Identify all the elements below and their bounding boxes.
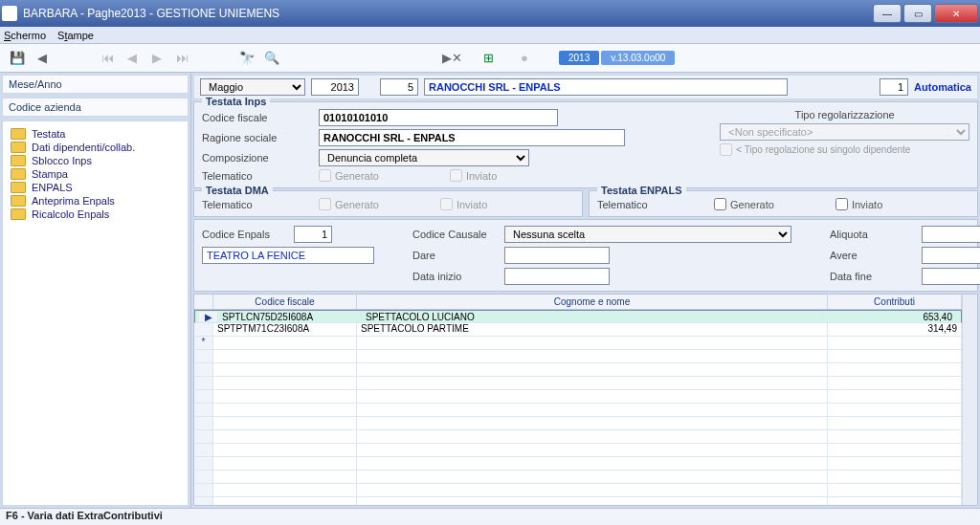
folder-icon bbox=[11, 128, 26, 140]
lbl-rs: Ragione sociale bbox=[202, 132, 307, 143]
app-icon bbox=[2, 6, 17, 21]
table-row-empty bbox=[194, 377, 962, 390]
tree-ricalcolo-enpals[interactable]: Ricalcolo Enpals bbox=[9, 208, 182, 221]
zoom-icon: 🔍 bbox=[260, 47, 283, 70]
table-row-empty bbox=[194, 350, 962, 363]
col-contributi[interactable]: Contributi bbox=[828, 295, 962, 309]
teatro-display bbox=[202, 247, 374, 264]
table-row-empty bbox=[194, 444, 962, 457]
maximize-button[interactable]: ▭ bbox=[903, 4, 932, 23]
nav-next-icon: ▶ bbox=[145, 47, 168, 70]
nav-prev-icon: ◀ bbox=[121, 47, 144, 70]
col-cognome-nome[interactable]: Cognome e nome bbox=[357, 295, 828, 309]
nav-last-icon: ⏭ bbox=[170, 47, 193, 70]
version-pill: v.13.03.0o00 bbox=[601, 51, 675, 65]
composizione-select[interactable]: Denuncia completa bbox=[319, 149, 529, 166]
tree-dati-dipendenti[interactable]: Dati dipendenti/collab. bbox=[9, 141, 182, 154]
label-mese-anno: Mese/Anno bbox=[3, 76, 188, 93]
tree-testata[interactable]: Testata bbox=[9, 127, 182, 141]
nav-first-icon: ⏮ bbox=[96, 47, 119, 70]
window-title: BARBARA - Paghe2013 - GESTIONE UNIEMENS bbox=[23, 7, 871, 20]
folder-icon bbox=[11, 182, 26, 193]
data-fine-input[interactable] bbox=[922, 268, 980, 285]
legend-enpals: Testata ENPALS bbox=[597, 185, 686, 196]
anno-input[interactable] bbox=[311, 78, 359, 96]
avere-input[interactable] bbox=[922, 247, 980, 264]
chk-generato-enpals[interactable]: Generato bbox=[714, 198, 774, 210]
chk-inviato-dma: Inviato bbox=[440, 198, 487, 210]
menubar: Schermo Stampe bbox=[0, 27, 980, 44]
col-codice-fiscale[interactable]: Codice fiscale bbox=[213, 295, 357, 309]
chk-generato-dma: Generato bbox=[319, 198, 379, 210]
details-panel: Codice Enpals Codice CausaleNessuna scel… bbox=[193, 219, 978, 292]
fieldset-testata-enpals: Testata ENPALS Telematico Generato Invia… bbox=[589, 190, 978, 217]
table-row-empty bbox=[194, 404, 962, 417]
flag-icon[interactable]: ▶✕ bbox=[440, 47, 463, 70]
chk-generato-inps: Generato bbox=[319, 169, 379, 182]
label-codice-azienda: Codice azienda bbox=[3, 98, 188, 116]
fieldset-testata-dma: Testata DMA Telematico Generato Inviato bbox=[193, 190, 583, 217]
status-bar: F6 - Varia dati ExtraContributivi bbox=[0, 508, 980, 525]
codice-enpals-input[interactable] bbox=[294, 226, 332, 243]
table-row-new[interactable]: * bbox=[194, 337, 962, 350]
folder-icon bbox=[11, 208, 26, 220]
grid-body[interactable]: ▶SPTLCN75D25I608ASPETTACOLO LUCIANO653,4… bbox=[194, 310, 962, 505]
lbl-tiporeg: Tipo regolarizzazione bbox=[795, 109, 895, 120]
grid-header: Codice fiscale Cognome e nome Contributi bbox=[194, 295, 962, 310]
nav-tree: Testata Dati dipendenti/collab. Sblocco … bbox=[2, 120, 189, 506]
window-titlebar: BARBARA - Paghe2013 - GESTIONE UNIEMENS … bbox=[0, 0, 980, 27]
menu-schermo[interactable]: Schermo bbox=[4, 30, 46, 41]
aliquota-input[interactable] bbox=[922, 226, 980, 243]
lbl-cf: Codice fiscale bbox=[202, 112, 307, 123]
table-row-empty bbox=[194, 470, 962, 484]
data-grid: Codice fiscale Cognome e nome Contributi… bbox=[193, 294, 978, 506]
table-row[interactable]: SPTPTM71C23I608ASPETTACOLO PARTIME314,49 bbox=[194, 323, 962, 337]
dare-input[interactable] bbox=[504, 247, 610, 264]
tree-sblocco-inps[interactable]: Sblocco Inps bbox=[9, 154, 182, 167]
table-row-empty bbox=[194, 417, 962, 430]
data-inizio-input[interactable] bbox=[504, 268, 610, 285]
folder-icon bbox=[11, 168, 26, 180]
table-row[interactable]: ▶SPTLCN75D25I608ASPETTACOLO LUCIANO653,4… bbox=[194, 310, 962, 323]
table-row-empty bbox=[194, 497, 962, 505]
minimize-button[interactable]: — bbox=[873, 4, 902, 23]
mese-select[interactable]: Maggio bbox=[200, 78, 305, 96]
azienda-name-display bbox=[424, 78, 788, 96]
excel-icon[interactable]: ⊞ bbox=[477, 47, 500, 70]
legend-dma: Testata DMA bbox=[202, 185, 273, 196]
ragione-sociale-input[interactable] bbox=[319, 129, 625, 146]
save-icon: 💾 bbox=[6, 47, 29, 70]
chk-inviato-enpals[interactable]: Inviato bbox=[835, 198, 882, 210]
chk-inviato-inps: Inviato bbox=[450, 169, 497, 182]
year-pill: 2013 bbox=[559, 51, 599, 65]
lbl-tel: Telematico bbox=[202, 170, 307, 182]
fieldset-testata-inps: Testata Inps Codice fiscale Ragione soci… bbox=[193, 101, 978, 188]
lbl-comp: Composizione bbox=[202, 152, 307, 164]
legend-testata-inps: Testata Inps bbox=[202, 96, 270, 107]
chk-tipo-reg-dip: < Tipo regolazione su singolo dipendente bbox=[720, 143, 969, 156]
folder-icon bbox=[11, 155, 26, 166]
binocular-icon: 🔭 bbox=[235, 47, 258, 70]
filter-bar: Maggio Automatica bbox=[193, 75, 978, 99]
back-icon[interactable]: ◀ bbox=[31, 47, 54, 70]
codice-fiscale-input[interactable] bbox=[319, 109, 558, 126]
codice-causale-select[interactable]: Nessuna scelta bbox=[504, 226, 791, 243]
table-row-empty bbox=[194, 484, 962, 497]
close-button[interactable]: ✕ bbox=[934, 4, 978, 23]
tree-anteprima-enpals[interactable]: Anteprima Enpals bbox=[9, 194, 182, 208]
table-row-empty bbox=[194, 363, 962, 377]
automatica-label: Automatica bbox=[914, 81, 971, 93]
tree-enpals[interactable]: ENPALS bbox=[9, 181, 182, 194]
table-row-empty bbox=[194, 390, 962, 404]
folder-icon bbox=[11, 142, 26, 153]
codice-azienda-input[interactable] bbox=[380, 78, 418, 96]
table-row-empty bbox=[194, 457, 962, 470]
tipo-reg-select: <Non specificato> bbox=[720, 123, 969, 141]
globe-icon: ● bbox=[513, 47, 536, 70]
table-row-empty bbox=[194, 430, 962, 444]
auto-num-input[interactable] bbox=[880, 78, 908, 96]
menu-stampe[interactable]: Stampe bbox=[57, 30, 94, 41]
grid-scrollbar[interactable] bbox=[962, 295, 977, 505]
tree-stampa[interactable]: Stampa bbox=[9, 167, 182, 181]
folder-icon bbox=[11, 195, 26, 207]
